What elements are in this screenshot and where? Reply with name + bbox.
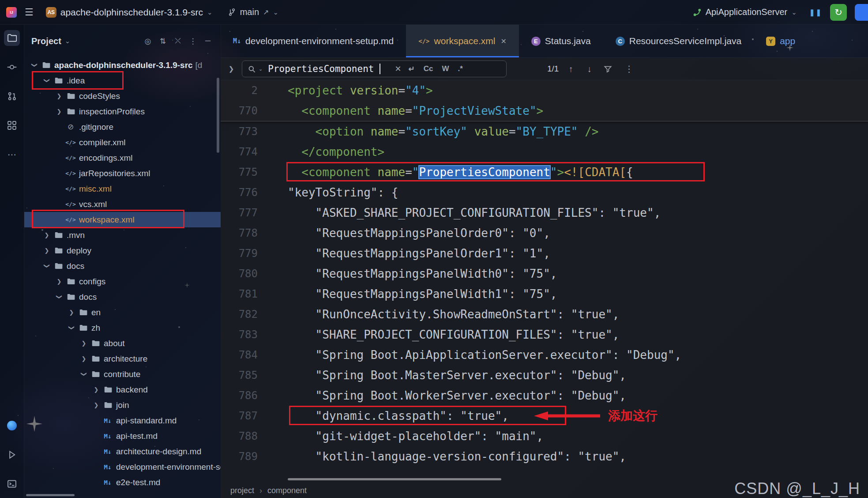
code-text[interactable]: "ASKED_SHARE_PROJECT_CONFIGURATION_FILES… bbox=[269, 206, 661, 219]
code-line-787[interactable]: 787 "dynamic.classpath": "true",添加这行 bbox=[221, 406, 868, 426]
tree-hscrollbar[interactable] bbox=[26, 494, 75, 496]
hamburger-menu-icon[interactable]: ☰ bbox=[25, 7, 34, 18]
panel-options-icon[interactable]: ⋮ bbox=[187, 37, 199, 46]
code-text[interactable]: "kotlin-language-version-configured": "t… bbox=[269, 450, 626, 463]
tree-chevron-icon[interactable]: ❯ bbox=[41, 247, 53, 254]
code-line-775[interactable]: 775 <component name="PropertiesComponent… bbox=[221, 162, 868, 182]
code-line-781[interactable]: 781 "RequestMappingsPanelWidth1": "75", bbox=[221, 284, 868, 304]
code-text[interactable]: "dynamic.classpath": "true", bbox=[269, 409, 509, 423]
line-number[interactable]: 787 bbox=[221, 410, 269, 422]
tree-chevron-icon[interactable]: ❯ bbox=[53, 278, 65, 285]
line-number[interactable]: 2 bbox=[221, 84, 269, 97]
code-text[interactable]: <component name="PropertiesComponent"><!… bbox=[269, 166, 633, 179]
structure-tool-icon[interactable] bbox=[4, 117, 20, 133]
code-text[interactable]: "Spring Boot.WorkerServer.executor": "De… bbox=[269, 389, 626, 402]
expand-search-icon[interactable]: ❯ bbox=[226, 65, 237, 73]
locate-file-icon[interactable]: ◎ bbox=[142, 37, 154, 46]
tree-item-docs[interactable]: ❯docs bbox=[24, 289, 221, 305]
tree-item-api-standard.md[interactable]: M↓api-standard.md bbox=[24, 413, 221, 428]
tree-item-workspace.xml[interactable]: </>workspace.xml bbox=[24, 212, 221, 227]
code-line-777[interactable]: 777 "ASKED_SHARE_PROJECT_CONFIGURATION_F… bbox=[221, 203, 868, 223]
line-number[interactable]: 777 bbox=[221, 207, 269, 219]
code-text[interactable]: "Spring Boot.ApiApplicationServer.execut… bbox=[269, 348, 681, 362]
code-text[interactable]: "RequestMappingsPanelOrder0": "0", bbox=[269, 226, 550, 240]
line-number[interactable]: 786 bbox=[221, 389, 269, 402]
tree-item-encodings.xml[interactable]: </>encodings.xml bbox=[24, 150, 221, 166]
git-branch-widget[interactable]: main ↗ ⌄ bbox=[223, 5, 283, 19]
search-more-icon[interactable]: ⋮ bbox=[620, 64, 638, 74]
tree-item-deploy[interactable]: ❯deploy bbox=[24, 243, 221, 258]
tab-ResourcesServiceImpl.java[interactable]: CResourcesServiceImpl.java bbox=[603, 25, 754, 57]
tree-item-en[interactable]: ❯en bbox=[24, 305, 221, 320]
code-text[interactable]: "RequestMappingsPanelOrder1": "1", bbox=[269, 247, 550, 260]
tree-chevron-icon[interactable]: ❯ bbox=[81, 369, 87, 380]
tree-item-join[interactable]: ❯join bbox=[24, 397, 221, 413]
line-number[interactable]: 770 bbox=[221, 105, 269, 117]
tree-item-apache-dolphinscheduler-3.1.9-src[interactable]: ❯apache-dolphinscheduler-3.1.9-src[d bbox=[24, 57, 221, 73]
tab-app[interactable]: Yapp bbox=[754, 25, 808, 57]
tree-item-development-environment-setup.md[interactable]: M↓development-environment-setup.md bbox=[24, 459, 221, 475]
rerun-button[interactable]: ↻ bbox=[830, 4, 847, 21]
tree-item-vcs.xml[interactable]: </>vcs.xml bbox=[24, 196, 221, 212]
expand-all-icon[interactable]: ⇅ bbox=[157, 37, 169, 46]
line-number[interactable]: 780 bbox=[221, 268, 269, 280]
code-text[interactable]: </component> bbox=[269, 145, 384, 158]
line-number[interactable]: 776 bbox=[221, 186, 269, 199]
code-line-783[interactable]: 783 "SHARE_PROJECT_CONFIGURATION_FILES":… bbox=[221, 324, 868, 345]
code-line-779[interactable]: 779 "RequestMappingsPanelOrder1": "1", bbox=[221, 243, 868, 264]
line-number[interactable]: 783 bbox=[221, 328, 269, 341]
regex-toggle[interactable]: .* bbox=[456, 64, 465, 73]
hide-panel-icon[interactable]: ─ bbox=[202, 37, 214, 45]
tree-chevron-icon[interactable]: ❯ bbox=[68, 322, 75, 334]
tree-chevron-icon[interactable]: ❯ bbox=[41, 232, 53, 238]
tree-scrollbar[interactable] bbox=[217, 78, 219, 153]
tree-item-codeStyles[interactable]: ❯codeStyles bbox=[24, 88, 221, 104]
code-text[interactable]: "SHARE_PROJECT_CONFIGURATION_FILES": "tr… bbox=[269, 328, 619, 341]
tab-Status.java[interactable]: EStatus.java bbox=[519, 25, 603, 57]
run-tool-icon[interactable] bbox=[4, 447, 20, 463]
tree-item-compiler.xml[interactable]: </>compiler.xml bbox=[24, 135, 221, 150]
newline-icon[interactable]: ↵ bbox=[407, 64, 417, 74]
tree-chevron-icon[interactable]: ❯ bbox=[90, 386, 102, 393]
editor-hscrollbar[interactable] bbox=[288, 478, 501, 480]
browser-tool-icon[interactable] bbox=[4, 418, 20, 434]
search-field[interactable]: ⌄ PropertiesComponent ✕ ↵ Cc W .* bbox=[242, 60, 507, 77]
code-text[interactable]: "RequestMappingsPanelWidth0": "75", bbox=[269, 267, 557, 280]
tree-chevron-icon[interactable]: ❯ bbox=[78, 340, 90, 347]
code-line-778[interactable]: 778 "RequestMappingsPanelOrder0": "0", bbox=[221, 223, 868, 243]
terminal-tool-icon[interactable] bbox=[4, 476, 20, 492]
debug-button[interactable] bbox=[855, 4, 868, 21]
code-line-786[interactable]: 786 "Spring Boot.WorkerServer.executor":… bbox=[221, 385, 868, 406]
code-line-788[interactable]: 788 "git-widget-placeholder": "main", bbox=[221, 426, 868, 446]
code-text[interactable]: "Spring Boot.MasterServer.executor": "De… bbox=[269, 369, 626, 382]
line-number[interactable]: 784 bbox=[221, 349, 269, 361]
line-number[interactable]: 782 bbox=[221, 308, 269, 321]
pull-requests-tool-icon[interactable] bbox=[4, 88, 20, 104]
tree-item-docs[interactable]: ❯docs bbox=[24, 258, 221, 274]
code-line-776[interactable]: 776"keyToString": { bbox=[221, 182, 868, 203]
prev-match-button[interactable]: ↑ bbox=[564, 64, 577, 74]
tree-chevron-icon[interactable]: ❯ bbox=[44, 75, 50, 87]
filter-icon[interactable] bbox=[604, 65, 612, 73]
words-toggle[interactable]: W bbox=[440, 64, 451, 73]
line-number[interactable]: 785 bbox=[221, 369, 269, 381]
code-line-2[interactable]: 2<project version="4"> bbox=[221, 80, 868, 101]
breadcrumb-component[interactable]: component bbox=[267, 486, 307, 495]
code-text[interactable]: "keyToString": { bbox=[269, 186, 398, 199]
search-history-icon[interactable]: ⌄ bbox=[259, 66, 263, 72]
tree-item-about[interactable]: ❯about bbox=[24, 336, 221, 351]
search-query[interactable]: PropertiesComponent bbox=[268, 64, 374, 74]
tree-chevron-icon[interactable]: ❯ bbox=[56, 291, 63, 303]
tab-development-environment-setup.md[interactable]: M↓development-environment-setup.md bbox=[221, 25, 406, 57]
next-match-button[interactable]: ↓ bbox=[582, 64, 596, 74]
code-line-774[interactable]: 774 </component> bbox=[221, 142, 868, 162]
project-widget[interactable]: AS apache-dolphinscheduler-3.1.9-src ⌄ bbox=[41, 5, 217, 20]
code-line-770[interactable]: 770 <component name="ProjectViewState"> bbox=[221, 101, 868, 121]
project-tool-icon[interactable] bbox=[4, 30, 20, 46]
tree-chevron-icon[interactable]: ❯ bbox=[90, 402, 102, 408]
code-text[interactable]: "RequestMappingsPanelWidth1": "75", bbox=[269, 287, 557, 301]
tree-item-.gitignore[interactable]: ⊘.gitignore bbox=[24, 119, 221, 135]
panel-title[interactable]: Project bbox=[31, 36, 61, 46]
tree-item-contribute[interactable]: ❯contribute bbox=[24, 366, 221, 382]
code-line-785[interactable]: 785 "Spring Boot.MasterServer.executor":… bbox=[221, 365, 868, 385]
